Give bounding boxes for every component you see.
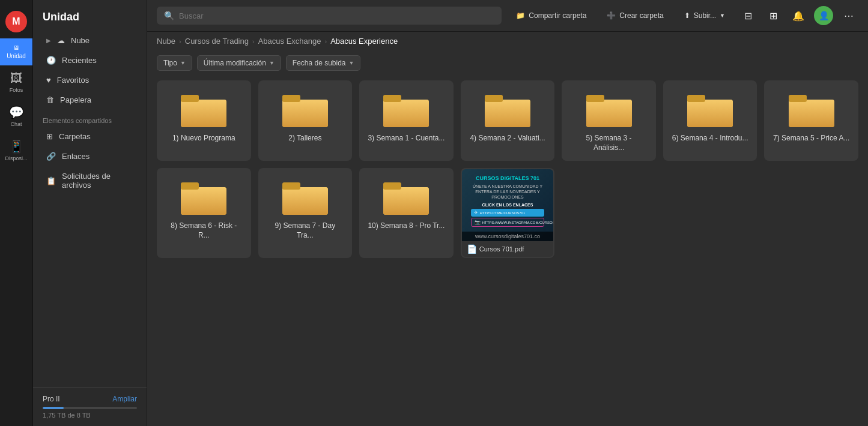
nav-solicitudes[interactable]: 📋 Solicitudes de archivos: [37, 167, 143, 194]
svg-rect-1: [181, 100, 226, 127]
file-name: 8) Semana 6 - Risk - R...: [165, 221, 243, 240]
nav-recientes-label: Recientes: [62, 56, 97, 65]
breadcrumb-nube[interactable]: Nube: [157, 37, 175, 46]
svg-rect-4: [282, 100, 328, 127]
file-item-folder[interactable]: 1) Nuevo Programa: [157, 80, 251, 161]
pdf-link1: ✈ HTTPS://T.ME/CURSOS701: [471, 209, 545, 217]
view-list-button[interactable]: ⊟: [738, 6, 757, 25]
nav-carpetas[interactable]: ⊞ Carpetas: [37, 127, 143, 146]
folder-icon: [180, 176, 228, 215]
svg-rect-5: [282, 95, 300, 102]
chevron-down-icon: ▼: [720, 13, 725, 19]
file-request-icon: 📋: [46, 176, 56, 185]
nav-sidebar: Unidad ▶ ☁ Nube 🕐 Recientes ♥ Favoritos …: [33, 0, 147, 426]
file-item-folder[interactable]: 10) Semana 8 - Pro Tr...: [359, 168, 454, 258]
view-grid-button[interactable]: ⊞: [763, 6, 783, 25]
share-folder-button[interactable]: 📁 Compartir carpeta: [509, 8, 593, 23]
svg-rect-25: [282, 187, 328, 215]
create-folder-button[interactable]: ➕ Crear carpeta: [599, 8, 670, 23]
breadcrumb-abacus-exchange[interactable]: Abacus Exchange: [258, 37, 321, 46]
file-item-folder[interactable]: 9) Semana 7 - Day Tra...: [258, 168, 353, 258]
share-folder-icon: 📁: [516, 11, 525, 20]
create-folder-label: Crear carpeta: [619, 11, 663, 20]
svg-rect-20: [789, 95, 807, 102]
chevron-down-icon: ▼: [269, 60, 275, 66]
nav-nube[interactable]: ▶ ☁ Nube: [37, 31, 143, 50]
file-name: 4) Semana 2 - Valuati...: [470, 134, 545, 143]
grid-icon: ⊞: [46, 132, 53, 141]
file-item-folder[interactable]: 2) Talleres: [258, 80, 353, 161]
pdf-thumbnail: CURSOS DIGITALES 701 ÚNETE A NUESTRA COM…: [462, 169, 554, 241]
folder-icon: [686, 89, 734, 128]
upgrade-button[interactable]: Ampliar: [112, 395, 137, 403]
file-item-folder[interactable]: 8) Semana 6 - Risk - R...: [157, 168, 251, 258]
main-content: 🔍 📁 Compartir carpeta ➕ Crear carpeta ⬆ …: [147, 0, 868, 426]
search-input[interactable]: [179, 11, 494, 20]
dispositivos-icon: 📱: [9, 139, 24, 154]
avatar-image: 👤: [819, 11, 829, 20]
nav-nube-label: Nube: [71, 36, 90, 45]
search-bar[interactable]: 🔍: [157, 7, 502, 25]
pdf-title: CURSOS DIGITALES 701: [476, 175, 539, 182]
svg-rect-8: [383, 95, 401, 102]
nav-solicitudes-label: Solicitudes de archivos: [62, 172, 133, 190]
sidebar-item-chat[interactable]: 💬 Chat: [0, 99, 32, 133]
breadcrumb-abacus-experience[interactable]: Abacus Experience: [330, 37, 398, 46]
storage-footer: Pro II Ampliar 1,75 TB de 8 TB: [33, 387, 147, 426]
nav-enlaces-label: Enlaces: [62, 152, 90, 161]
file-item-folder[interactable]: 6) Semana 4 - Introdu...: [663, 80, 757, 161]
more-options-button[interactable]: ⋯: [839, 6, 858, 25]
svg-rect-22: [181, 187, 226, 215]
nav-enlaces[interactable]: 🔗 Enlaces: [37, 147, 143, 166]
storage-text: 1,75 TB de 8 TB: [43, 412, 137, 419]
file-item-folder[interactable]: 4) Semana 2 - Valuati...: [461, 80, 555, 161]
unidad-icon: 🖥: [13, 44, 19, 51]
svg-rect-19: [789, 100, 834, 127]
file-item-folder[interactable]: 3) Semana 1 - Cuenta...: [359, 80, 454, 161]
svg-rect-29: [383, 182, 401, 190]
file-name: 9) Semana 7 - Day Tra...: [267, 221, 344, 240]
sidebar-item-dispositivos[interactable]: 📱 Disposi...: [0, 133, 32, 167]
file-item-folder[interactable]: 7) Semana 5 - Price A...: [764, 80, 858, 161]
bell-icon: 🔔: [792, 10, 804, 22]
file-item-folder[interactable]: 5) Semana 3 - Análisis...: [562, 80, 656, 161]
notification-button[interactable]: 🔔: [789, 6, 808, 25]
file-name: 6) Semana 4 - Introdu...: [672, 134, 748, 143]
filter-fecha-subida[interactable]: Fecha de subida ▼: [286, 55, 361, 71]
folder-icon: [281, 176, 329, 215]
pdf-icon: 📄: [467, 244, 477, 254]
breadcrumb-sep-2: ›: [252, 38, 255, 45]
user-avatar[interactable]: 👤: [814, 6, 833, 25]
pdf-file-name: Cursos 701.pdf: [479, 245, 524, 253]
breadcrumb-sep-1: ›: [179, 38, 181, 45]
upload-icon: ⬆: [684, 11, 690, 20]
nav-recientes[interactable]: 🕐 Recientes: [37, 51, 143, 70]
breadcrumb-cursos[interactable]: Cursos de Trading: [185, 37, 249, 46]
nav-favoritos[interactable]: ♥ Favoritos: [37, 71, 143, 89]
svg-rect-11: [485, 95, 503, 102]
filter-modificacion[interactable]: Última modificación ▼: [197, 55, 281, 71]
instagram-icon: 📷: [475, 220, 481, 225]
pdf-cta: CLICK EN LOS ENLACES: [482, 203, 533, 207]
heart-icon: ♥: [46, 76, 51, 85]
folder-icon: [484, 89, 532, 128]
sidebar-item-fotos-label: Fotos: [10, 87, 23, 93]
nav-papelera-label: Papelera: [60, 95, 91, 104]
sidebar-item-unidad[interactable]: 🖥 Unidad: [0, 38, 32, 65]
file-name: 1) Nuevo Programa: [172, 134, 235, 143]
file-name: 5) Semana 3 - Análisis...: [570, 134, 648, 152]
file-item-pdf[interactable]: CURSOS DIGITALES 701 ÚNETE A NUESTRA COM…: [461, 168, 555, 258]
upload-button[interactable]: ⬆ Subir... ▼: [677, 8, 732, 23]
svg-rect-13: [586, 100, 632, 127]
filter-tipo[interactable]: Tipo ▼: [157, 55, 192, 71]
sidebar-item-fotos[interactable]: 🖼 Fotos: [0, 65, 32, 99]
nav-papelera[interactable]: 🗑 Papelera: [37, 91, 143, 109]
storage-progress-bar: [43, 407, 137, 409]
share-folder-label: Compartir carpeta: [529, 11, 586, 20]
cloud-icon: ☁: [57, 36, 65, 45]
svg-rect-28: [383, 187, 429, 215]
chat-icon: 💬: [9, 105, 24, 119]
top-bar: 🔍 📁 Compartir carpeta ➕ Crear carpeta ⬆ …: [147, 0, 868, 32]
sidebar-profile[interactable]: M: [0, 5, 32, 38]
breadcrumb-sep-3: ›: [324, 38, 327, 45]
